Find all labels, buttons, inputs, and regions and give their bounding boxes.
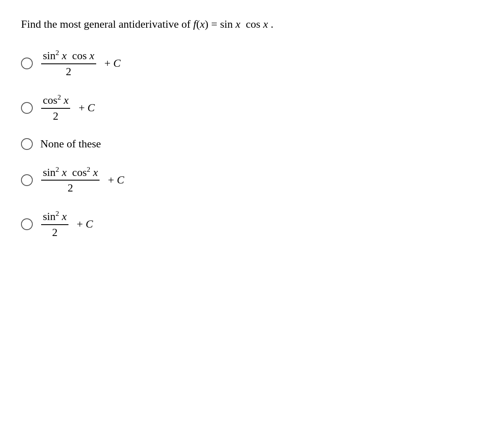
- fraction-2-denominator: 2: [51, 109, 60, 123]
- fraction-2-numerator: cos2 x: [41, 93, 70, 109]
- option-2-label: cos2 x 2 + C: [40, 93, 95, 123]
- fraction-4-denominator: 2: [66, 181, 75, 194]
- radio-2[interactable]: [21, 102, 33, 114]
- radio-3[interactable]: [21, 138, 33, 150]
- fraction-4-numerator: sin2 x cos2 x: [41, 165, 100, 181]
- fraction-4: sin2 x cos2 x 2: [41, 165, 100, 195]
- option-2[interactable]: cos2 x 2 + C: [21, 93, 483, 123]
- fraction-5: sin2 x 2: [41, 210, 68, 239]
- option-4[interactable]: sin2 x cos2 x 2 + C: [21, 165, 483, 195]
- question-container: Find the most general antiderivative of …: [21, 17, 483, 239]
- option-5[interactable]: sin2 x 2 + C: [21, 210, 483, 239]
- fraction-5-denominator: 2: [50, 225, 59, 239]
- radio-5[interactable]: [21, 218, 33, 230]
- option-1-suffix: + C: [105, 57, 121, 70]
- option-2-suffix: + C: [79, 102, 95, 114]
- fraction-2: cos2 x 2: [41, 93, 70, 123]
- fraction-1: sin2 x cos x 2: [41, 49, 96, 78]
- fraction-1-denominator: 2: [64, 64, 73, 78]
- option-3-label: None of these: [40, 138, 101, 150]
- radio-1[interactable]: [21, 58, 33, 69]
- option-5-suffix: + C: [77, 218, 93, 231]
- fraction-1-numerator: sin2 x cos x: [41, 49, 96, 64]
- option-1[interactable]: sin2 x cos x 2 + C: [21, 49, 483, 78]
- question-text: Find the most general antiderivative of …: [21, 17, 483, 32]
- fraction-5-numerator: sin2 x: [41, 210, 68, 225]
- option-1-label: sin2 x cos x 2 + C: [40, 49, 121, 78]
- radio-4[interactable]: [21, 174, 33, 186]
- option-4-label: sin2 x cos2 x 2 + C: [40, 165, 124, 195]
- option-5-label: sin2 x 2 + C: [40, 210, 93, 239]
- option-4-suffix: + C: [108, 174, 124, 186]
- option-3[interactable]: None of these: [21, 138, 483, 150]
- options-list: sin2 x cos x 2 + C cos2 x 2 + C None of …: [21, 49, 483, 239]
